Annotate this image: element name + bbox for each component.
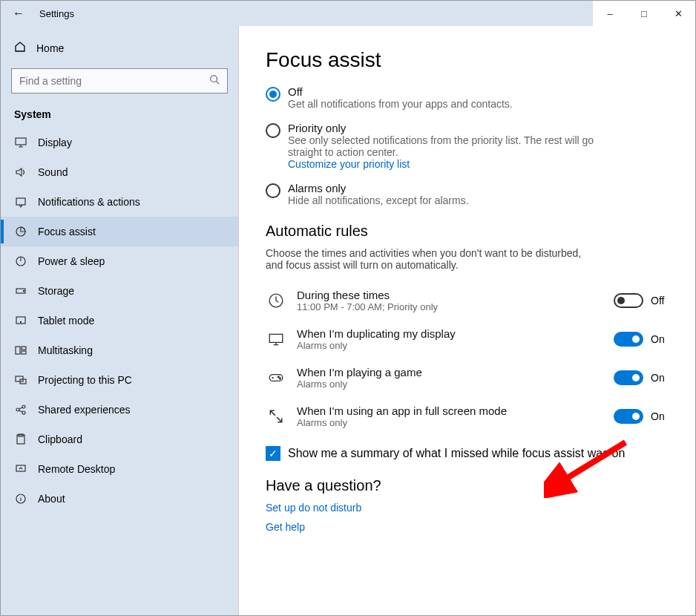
- rule-state: On: [651, 333, 665, 345]
- sidebar-item-label: Display: [38, 137, 72, 148]
- rule-label: When I'm duplicating my display: [297, 327, 603, 340]
- sidebar-item-label: Power & sleep: [38, 255, 105, 267]
- rule-desc: Alarms only: [297, 417, 603, 428]
- rule-state: Off: [651, 295, 664, 307]
- rule-toggle[interactable]: [614, 332, 643, 347]
- maximize-button[interactable]: □: [627, 1, 661, 26]
- radio-icon: [266, 183, 280, 198]
- window-buttons: – □ ✕: [593, 1, 695, 26]
- notifications-icon: [14, 196, 27, 208]
- rule-label: During these times: [297, 289, 603, 301]
- minimize-button[interactable]: –: [593, 1, 627, 26]
- main-content: Focus assist Off Get all notifications f…: [238, 26, 695, 616]
- svg-rect-11: [22, 351, 26, 354]
- close-button[interactable]: ✕: [661, 1, 695, 26]
- sidebar-item-sound[interactable]: Sound: [1, 157, 238, 187]
- svg-rect-1: [16, 138, 26, 145]
- storage-icon: [14, 285, 27, 297]
- project-icon: [14, 374, 27, 386]
- sidebar-item-notifications[interactable]: Notifications & actions: [1, 187, 238, 217]
- svg-point-8: [20, 321, 21, 322]
- power-icon: [14, 255, 27, 267]
- home-nav[interactable]: Home: [1, 33, 238, 62]
- monitor-icon: [266, 331, 286, 347]
- radio-priority[interactable]: Priority only See only selected notifica…: [266, 122, 680, 170]
- sidebar-item-label: Clipboard: [38, 433, 82, 445]
- checkbox-icon: ✓: [266, 446, 280, 461]
- titlebar: ← Settings – □ ✕: [1, 1, 695, 26]
- focus-mode-group: Off Get all notifications from your apps…: [266, 85, 680, 206]
- radio-alarms[interactable]: Alarms only Hide all notifications, exce…: [266, 182, 680, 206]
- summary-checkbox-label: Show me a summary of what I missed while…: [288, 447, 625, 460]
- about-icon: [14, 493, 27, 505]
- multitask-icon: [14, 344, 27, 356]
- rule-toggle[interactable]: [614, 370, 643, 385]
- radio-off[interactable]: Off Get all notifications from your apps…: [266, 85, 680, 110]
- sidebar-item-label: Tablet mode: [38, 315, 94, 327]
- sidebar-item-display[interactable]: Display: [1, 128, 238, 157]
- svg-rect-9: [16, 347, 20, 354]
- back-button[interactable]: ←: [1, 7, 36, 20]
- rule-label: When I'm using an app in full screen mod…: [297, 404, 603, 417]
- sidebar-item-projecting[interactable]: Projecting to this PC: [1, 365, 238, 395]
- sidebar-item-power[interactable]: Power & sleep: [1, 246, 238, 276]
- home-icon: [14, 41, 26, 55]
- rule-toggle[interactable]: [614, 409, 643, 424]
- radio-desc: See only selected notifications from the…: [288, 134, 607, 158]
- svg-point-15: [22, 405, 25, 408]
- sidebar-item-label: Sound: [38, 166, 68, 178]
- sidebar-item-label: Remote Desktop: [38, 463, 115, 475]
- rule-desc: Alarms only: [297, 379, 603, 390]
- sidebar-item-remote[interactable]: Remote Desktop: [1, 454, 238, 484]
- rule-duplicate-display[interactable]: When I'm duplicating my display Alarms o…: [266, 320, 680, 358]
- sidebar-item-label: About: [38, 493, 65, 505]
- sound-icon: [14, 166, 27, 178]
- radio-desc: Get all notifications from your apps and…: [288, 98, 513, 110]
- clipboard-icon: [14, 433, 27, 445]
- rule-game[interactable]: When I'm playing a game Alarms only On: [266, 358, 680, 397]
- svg-point-25: [280, 378, 281, 379]
- rule-fullscreen[interactable]: When I'm using an app in full screen mod…: [266, 397, 680, 436]
- radio-label: Priority only: [288, 122, 607, 134]
- svg-rect-22: [269, 334, 283, 342]
- sidebar-item-multitasking[interactable]: Multitasking: [1, 335, 238, 365]
- clock-icon: [266, 292, 286, 309]
- shared-icon: [14, 404, 27, 416]
- section-label: System: [1, 104, 238, 128]
- svg-rect-19: [16, 465, 25, 471]
- rule-times[interactable]: During these times 11:00 PM - 7:00 AM; P…: [266, 281, 680, 320]
- remote-icon: [14, 463, 27, 475]
- sidebar-item-shared[interactable]: Shared experiences: [1, 395, 238, 425]
- question-title: Have a question?: [266, 477, 680, 494]
- customize-priority-link[interactable]: Customize your priority list: [288, 158, 607, 170]
- help-link[interactable]: Get help: [266, 521, 680, 533]
- svg-point-24: [278, 376, 279, 378]
- radio-label: Alarms only: [288, 182, 469, 194]
- search-box[interactable]: [11, 68, 228, 94]
- sidebar-item-label: Focus assist: [38, 226, 96, 237]
- summary-checkbox[interactable]: ✓ Show me a summary of what I missed whi…: [266, 446, 680, 461]
- sidebar: Home System Display Sound Notifications …: [1, 26, 238, 616]
- sidebar-item-about[interactable]: About: [1, 484, 238, 514]
- rules-title: Automatic rules: [266, 223, 680, 240]
- sidebar-item-focus-assist[interactable]: Focus assist: [1, 217, 238, 246]
- radio-icon: [266, 123, 280, 138]
- sidebar-item-storage[interactable]: Storage: [1, 276, 238, 306]
- tablet-icon: [14, 315, 27, 327]
- fullscreen-icon: [266, 408, 286, 425]
- sidebar-item-tablet[interactable]: Tablet mode: [1, 306, 238, 335]
- home-label: Home: [36, 42, 64, 54]
- rule-desc: Alarms only: [297, 340, 603, 351]
- sidebar-item-label: Projecting to this PC: [38, 374, 132, 386]
- focus-icon: [14, 226, 27, 237]
- svg-point-0: [211, 76, 217, 82]
- display-icon: [14, 137, 27, 148]
- rule-toggle[interactable]: [614, 293, 643, 308]
- rule-desc: 11:00 PM - 7:00 AM; Priority only: [297, 301, 603, 312]
- window-title: Settings: [36, 8, 74, 19]
- rule-label: When I'm playing a game: [297, 366, 603, 379]
- dnd-link[interactable]: Set up do not disturb: [266, 502, 680, 514]
- rule-state: On: [651, 410, 665, 422]
- sidebar-item-clipboard[interactable]: Clipboard: [1, 425, 238, 454]
- search-input[interactable]: [19, 75, 209, 87]
